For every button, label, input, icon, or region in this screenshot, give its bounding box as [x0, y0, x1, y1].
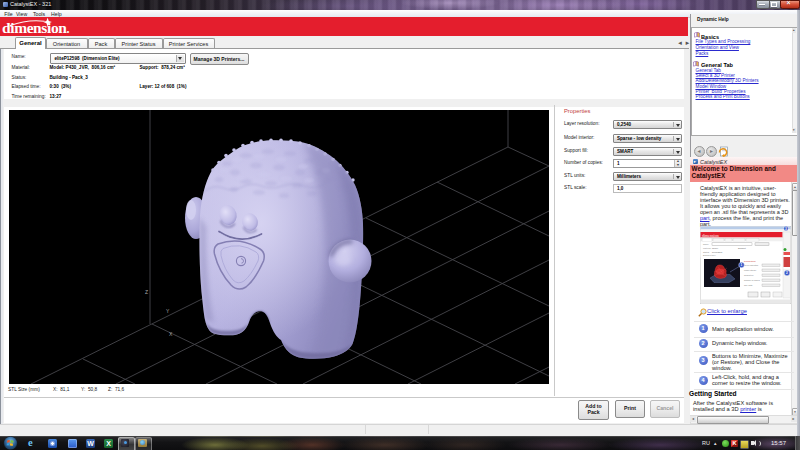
svg-text:3: 3	[785, 227, 787, 231]
svg-text:Material: Material	[703, 247, 711, 249]
svg-text:Processed: Processed	[712, 251, 723, 253]
svg-text:2: 2	[786, 271, 788, 275]
svg-text:Number of copies: Number of copies	[744, 279, 760, 281]
svg-text:Layer resolution: Layer resolution	[744, 264, 758, 266]
svg-text:dimension: dimension	[702, 233, 719, 238]
svg-text:Support fill: Support fill	[744, 274, 754, 276]
svg-text:Name: Name	[703, 243, 710, 245]
svg-text:Status: Status	[703, 251, 710, 253]
svg-text:Z: Z	[145, 289, 148, 295]
svg-text:Elapsed time: Elapsed time	[703, 254, 716, 256]
svg-text:Support: Support	[738, 247, 746, 249]
svg-text:Properties: Properties	[744, 260, 756, 263]
svg-text:STL units: STL units	[744, 284, 752, 286]
svg-text:Model: Model	[712, 247, 718, 249]
svg-text:1: 1	[741, 263, 743, 267]
svg-text:Model interior: Model interior	[744, 269, 756, 271]
